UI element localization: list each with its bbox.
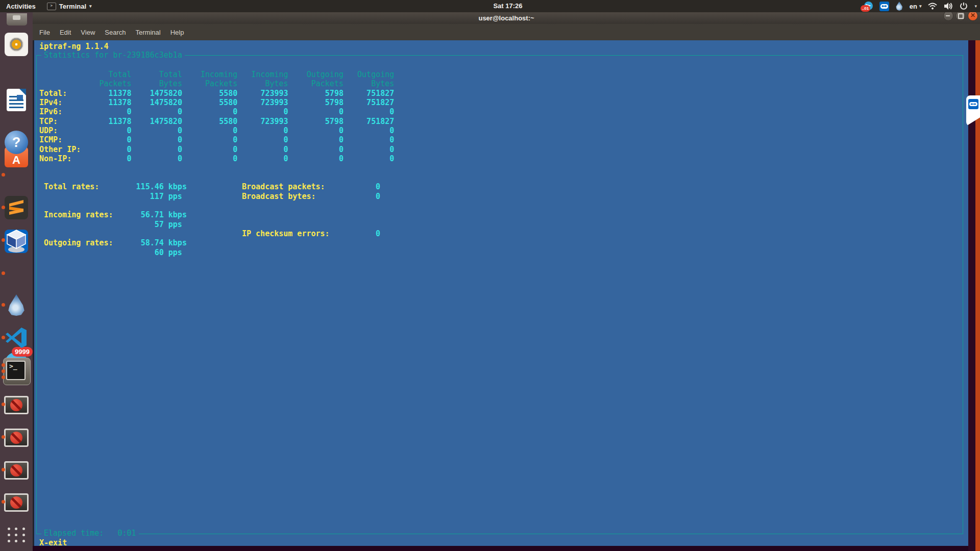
- chevron-down-icon[interactable]: ▾: [974, 4, 977, 9]
- doc-line: [9, 96, 17, 97]
- menu-terminal[interactable]: Terminal: [136, 29, 161, 36]
- rhythmbox-dock-icon[interactable]: [5, 33, 28, 56]
- show-applications-button[interactable]: [7, 525, 26, 544]
- running-dot: [2, 336, 5, 339]
- volume-icon[interactable]: [944, 2, 953, 10]
- statistics-box-title: Statistics for br-239186c3eb1a: [41, 51, 185, 60]
- software-a-glyph: A: [12, 154, 20, 166]
- incoming-pps-line: 57 pps: [44, 220, 182, 229]
- running-dot: [2, 363, 5, 367]
- no-entry-icon: [10, 464, 22, 477]
- language-code: en: [910, 3, 917, 10]
- app-menu-button[interactable]: > Terminal ▾: [47, 3, 92, 10]
- chevron-down-icon: ▾: [89, 4, 92, 9]
- power-icon[interactable]: [960, 2, 968, 10]
- terminal-dock-icon[interactable]: >_: [6, 361, 26, 380]
- deluge-dock-icon[interactable]: [5, 293, 28, 317]
- app-menu-label: Terminal: [59, 3, 86, 10]
- table-row: IPv6:000000: [39, 107, 394, 116]
- menu-help[interactable]: Help: [170, 29, 184, 36]
- elapsed-time-label: Elapsed time: 0:01: [41, 529, 139, 538]
- vscode-icon: [5, 326, 28, 349]
- running-dot: [2, 369, 5, 373]
- teamviewer-tray-icon[interactable]: [879, 2, 889, 11]
- question-mark-icon: ?: [12, 135, 21, 150]
- running-dot: [2, 238, 5, 242]
- window-title: user@localhost:~: [478, 14, 534, 22]
- language-indicator[interactable]: en ▾: [910, 3, 922, 10]
- screen: Activities > Terminal ▾ Sat 17:26 ..01 e…: [0, 0, 980, 551]
- minimize-button[interactable]: [943, 11, 953, 21]
- running-dot: [2, 375, 5, 379]
- doc-line: [9, 103, 23, 105]
- water-drop-icon: [8, 294, 25, 316]
- blocked-app-dock-icon[interactable]: [4, 493, 29, 512]
- blocked-app-dock-icon[interactable]: [4, 429, 29, 447]
- vscode-dock-icon[interactable]: [5, 326, 28, 349]
- sublime-text-dock-icon[interactable]: [5, 196, 28, 219]
- table-row: Other IP:000000: [39, 145, 394, 154]
- menu-file[interactable]: File: [39, 29, 50, 36]
- minimize-icon: [946, 15, 950, 16]
- running-dot: [2, 468, 5, 471]
- table-row: ICMP:000000: [39, 135, 394, 144]
- telegram-tray-badge: ..01: [861, 5, 870, 12]
- no-entry-icon: [10, 399, 22, 411]
- maximize-icon: [958, 13, 964, 19]
- libreoffice-writer-dock-icon[interactable]: [7, 89, 26, 111]
- speaker-icon: [9, 37, 23, 52]
- help-dock-icon[interactable]: ?: [5, 131, 28, 154]
- virtualbox-dock-icon[interactable]: [5, 228, 28, 252]
- blocked-app-dock-icon[interactable]: [4, 396, 29, 414]
- window-titlebar[interactable]: user@localhost:~ ✕: [33, 12, 980, 24]
- broadcast-packets-line: Broadcast packets:0: [242, 182, 380, 191]
- ip-checksum-line: IP checksum errors:0: [242, 229, 380, 238]
- table-row: UDP:000000: [39, 126, 394, 135]
- table-header-row-1: TotalTotalIncomingIncomingOutgoingOutgoi…: [39, 70, 394, 79]
- running-dot: [2, 173, 5, 177]
- telegram-tray-icon[interactable]: ..01: [863, 1, 873, 11]
- no-entry-icon: [10, 432, 22, 444]
- chevron-down-icon: ▾: [919, 4, 922, 9]
- doc-line: [9, 99, 23, 101]
- table-row: IPv4:11378147582055807239935798751827: [39, 98, 394, 107]
- doc-image: [17, 95, 23, 99]
- incoming-rates-line: Incoming rates:56.71 kbps: [44, 210, 187, 219]
- activities-button[interactable]: Activities: [6, 3, 36, 10]
- running-dot: [2, 500, 5, 504]
- running-dot: [2, 435, 5, 439]
- running-dot: [2, 303, 5, 307]
- deluge-tray-icon[interactable]: [896, 2, 903, 11]
- close-icon: ✕: [968, 11, 977, 20]
- window-thumbnail-detail: [13, 15, 20, 20]
- dock: A ? 9999: [0, 12, 33, 551]
- exit-hint: X-exit: [39, 538, 67, 547]
- window-thumbnail-icon[interactable]: [7, 13, 27, 26]
- outgoing-pps-line: 60 pps: [44, 248, 182, 257]
- table-row: Non-IP:000000: [39, 154, 394, 163]
- running-dot: [2, 271, 5, 275]
- table-row: TCP:11378147582055807239935798751827: [39, 117, 394, 126]
- terminal-app-icon: >: [47, 3, 56, 10]
- total-pps-line: 117 pps: [44, 192, 182, 201]
- blocked-app-dock-icon[interactable]: [4, 461, 29, 480]
- no-entry-icon: [10, 496, 22, 509]
- doc-line: [9, 107, 23, 108]
- terminal-content[interactable]: Statistics for br-239186c3eb1a iptraf-ng…: [33, 40, 968, 546]
- iptraf-title: iptraf-ng 1.1.4: [39, 42, 108, 51]
- table-row: Total:11378147582055807239935798751827: [39, 89, 394, 98]
- menu-view[interactable]: View: [81, 29, 95, 36]
- running-dot: [2, 206, 5, 209]
- table-header-row-2: PacketsBytesPacketsBytesPacketsBytes: [39, 79, 394, 88]
- menu-search[interactable]: Search: [105, 29, 126, 36]
- wifi-icon[interactable]: [928, 2, 937, 10]
- menu-edit[interactable]: Edit: [60, 29, 71, 36]
- close-button[interactable]: ✕: [968, 11, 978, 21]
- outgoing-rates-line: Outgoing rates:58.74 kbps: [44, 238, 187, 247]
- total-rates-line: Total rates:115.46 kbps: [44, 182, 187, 191]
- top-bar: Activities > Terminal ▾ Sat 17:26 ..01 e…: [0, 0, 980, 12]
- maximize-button[interactable]: [955, 11, 966, 21]
- clock[interactable]: Sat 17:26: [475, 0, 541, 12]
- broadcast-bytes-line: Broadcast bytes:0: [242, 192, 380, 201]
- running-dot: [2, 403, 5, 406]
